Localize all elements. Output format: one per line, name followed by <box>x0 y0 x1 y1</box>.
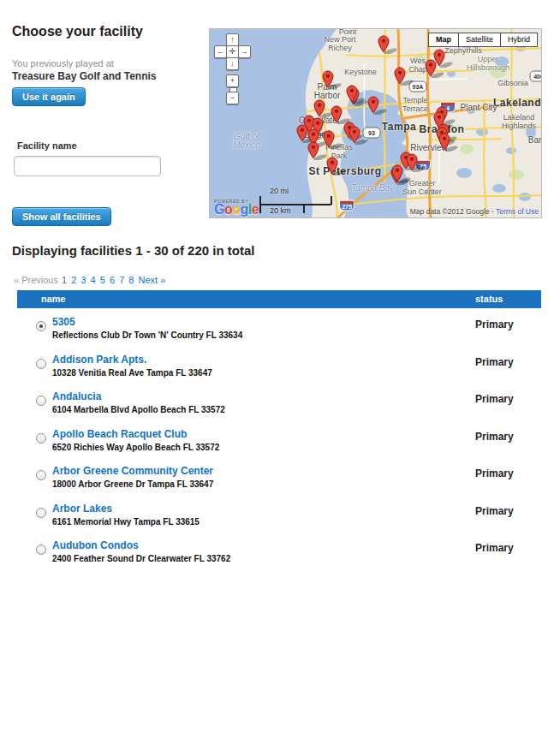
facility-name-cell: Apollo Beach Racquet Club6520 Richies Wa… <box>52 426 219 452</box>
previously-played-label: You previously played at <box>12 58 202 68</box>
map-attribution: Map data ©2012 Google - Terms of Use <box>410 207 539 216</box>
page-link-5[interactable]: 5 <box>100 275 105 285</box>
facility-radio-button[interactable] <box>36 470 46 480</box>
facility-row: Arbor Lakes6161 Memorial Hwy Tampa FL 33… <box>17 495 541 533</box>
facility-name-cell: 5305Reflections Club Dr Town 'N' Country… <box>52 313 242 340</box>
map-marker-pin-icon[interactable] <box>346 85 368 104</box>
facility-link[interactable]: Arbor Greene Community Center <box>52 465 213 477</box>
map-type-button-satellite[interactable]: Satellite <box>458 33 501 47</box>
map-scale-bar: 20 mi 20 km <box>259 187 341 216</box>
attribution-text: Map data ©2012 Google - <box>410 207 496 216</box>
table-header-row: name status <box>17 290 541 308</box>
facility-address: 6520 Richies Way Apollo Beach FL 33572 <box>52 443 219 452</box>
map-type-switcher: MapSatelliteHybrid <box>429 33 538 47</box>
status-value: Primary <box>475 505 514 517</box>
status-value: Primary <box>475 356 514 368</box>
show-all-facilities-button[interactable]: Show all facilities <box>12 207 111 226</box>
previous-page-link: « Previous <box>14 275 61 285</box>
facility-table: name status 5305Reflections Club Dr Town… <box>17 290 541 569</box>
pan-center-button[interactable]: ✛ <box>226 45 239 58</box>
page-link-4[interactable]: 4 <box>91 275 96 285</box>
pan-right-button[interactable]: → <box>238 45 251 58</box>
pan-up-button[interactable]: ↑ <box>226 33 239 46</box>
google-logo[interactable]: POWERED BY Google <box>214 197 259 214</box>
map-type-button-map[interactable]: Map <box>428 33 459 47</box>
facility-radio-button[interactable] <box>36 321 46 331</box>
state-route-icon: 400 <box>530 71 543 82</box>
map-marker-pin-icon[interactable] <box>425 59 447 78</box>
map-marker-pin-icon[interactable] <box>378 35 400 54</box>
map-marker-pin-icon[interactable] <box>322 70 344 89</box>
facility-address: 6104 Marbella Blvd Apollo Beach FL 33572 <box>52 405 225 414</box>
status-value: Primary <box>475 542 514 554</box>
page-link-6[interactable]: 6 <box>110 275 115 285</box>
google-map[interactable]: PointNew Port RicheyKeystoneZephyrhillsU… <box>209 28 542 218</box>
pagination: « Previous 1 2 3 4 5 6 7 8 Next » <box>14 275 543 285</box>
facility-radio-button[interactable] <box>36 433 46 443</box>
map-marker-pin-icon[interactable] <box>367 96 390 115</box>
logo-letter: o <box>224 202 232 217</box>
facility-name-cell: Addison Park Apts.10328 Venitia Real Ave… <box>52 351 212 378</box>
facility-name-cell: Andalucia6104 Marbella Blvd Apollo Beach… <box>52 388 225 414</box>
facility-link[interactable]: 5305 <box>52 316 75 328</box>
facility-row: Addison Park Apts.10328 Venitia Real Ave… <box>17 346 541 384</box>
previous-facility-name: Treasure Bay Golf and Tennis <box>12 70 202 82</box>
map-marker-pin-icon[interactable] <box>349 126 371 145</box>
zoom-in-button[interactable]: + <box>226 74 239 87</box>
next-page-link[interactable]: Next » <box>135 275 165 285</box>
facility-radio-button[interactable] <box>36 359 46 369</box>
facility-row: Audubon Condos2400 Feather Sound Dr Clea… <box>17 532 541 569</box>
facility-radio-button[interactable] <box>36 508 46 518</box>
status-value: Primary <box>475 318 514 330</box>
table-body: 5305Reflections Club Dr Town 'N' Country… <box>17 308 541 569</box>
map-marker-pin-icon[interactable] <box>391 164 414 183</box>
facility-name-label: Facility name <box>17 140 202 151</box>
facility-link[interactable]: Arbor Lakes <box>52 503 112 515</box>
map-marker-pin-icon[interactable] <box>394 67 416 86</box>
facility-name-cell: Arbor Greene Community Center18000 Arbor… <box>52 462 213 489</box>
facility-name-cell: Arbor Lakes6161 Memorial Hwy Tampa FL 33… <box>52 500 200 527</box>
map-marker-pin-icon[interactable] <box>438 133 461 152</box>
current-page-number: 1 <box>62 275 67 285</box>
name-column-header: name <box>41 294 66 304</box>
status-column-header: status <box>475 294 503 304</box>
facility-link[interactable]: Andalucia <box>52 390 101 402</box>
page-title: Choose your facility <box>12 24 202 39</box>
google-wordmark: Google <box>214 205 259 214</box>
facility-address: 10328 Venitia Real Ave Tampa FL 33647 <box>52 368 212 378</box>
page-link-3[interactable]: 3 <box>80 275 86 285</box>
status-value: Primary <box>475 431 514 443</box>
facility-row: Arbor Greene Community Center18000 Arbor… <box>17 457 541 495</box>
facility-address: 2400 Feather Sound Dr Clearwater FL 3376… <box>52 554 230 563</box>
status-value: Primary <box>475 393 514 405</box>
facility-radio-button[interactable] <box>36 396 46 406</box>
facility-address: 18000 Arbor Greene Dr Tampa FL 33647 <box>52 479 213 489</box>
facility-address: Reflections Club Dr Town 'N' Country FL … <box>52 330 242 340</box>
pan-left-button[interactable]: ← <box>214 45 227 58</box>
scale-km-label: 20 km <box>270 206 291 215</box>
facility-link[interactable]: Addison Park Apts. <box>52 354 146 366</box>
facility-radio-button[interactable] <box>36 545 46 555</box>
interstate-shield-icon: 275 <box>339 200 354 211</box>
facility-row: 5305Reflections Club Dr Town 'N' Country… <box>17 308 541 346</box>
results-section: Displaying facilities 1 - 30 of 220 in t… <box>12 243 543 569</box>
logo-letter: G <box>214 202 224 217</box>
zoom-out-button[interactable]: − <box>226 92 239 104</box>
facility-link[interactable]: Apollo Beach Racquet Club <box>52 428 187 440</box>
facility-address: 6161 Memorial Hwy Tampa FL 33615 <box>52 517 200 527</box>
status-value: Primary <box>475 467 514 479</box>
page-link-2[interactable]: 2 <box>71 275 76 285</box>
map-type-button-hybrid[interactable]: Hybrid <box>500 33 538 47</box>
page-link-7[interactable]: 7 <box>119 275 124 285</box>
use-it-again-button[interactable]: Use it again <box>12 87 86 106</box>
facility-link[interactable]: Audubon Condos <box>52 539 139 551</box>
logo-letter: g <box>241 202 248 217</box>
terms-of-use-link[interactable]: Terms of Use <box>496 207 539 216</box>
results-heading: Displaying facilities 1 - 30 of 220 in t… <box>12 243 543 258</box>
logo-letter: o <box>232 202 240 217</box>
logo-letter: e <box>252 202 259 217</box>
page-link-8[interactable]: 8 <box>128 275 134 285</box>
facility-name-input[interactable] <box>14 156 161 176</box>
pan-down-button[interactable]: ↓ <box>226 57 239 70</box>
map-marker-pin-icon[interactable] <box>326 157 349 176</box>
